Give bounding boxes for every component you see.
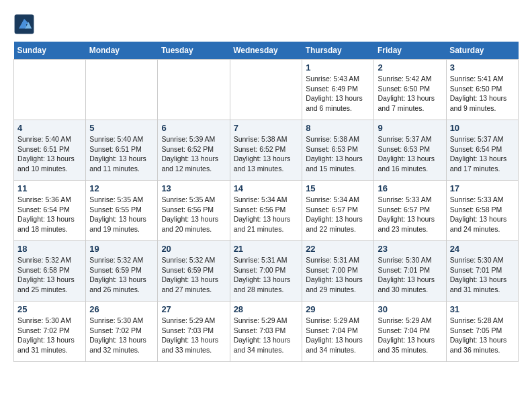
logo-icon [13,13,35,35]
calendar-cell [230,60,302,120]
calendar-cell: 7Sunrise: 5:38 AM Sunset: 6:52 PM Daylig… [230,120,302,181]
calendar-cell: 6Sunrise: 5:39 AM Sunset: 6:52 PM Daylig… [158,120,230,181]
day-details: Sunrise: 5:33 AM Sunset: 6:57 PM Dayligh… [378,195,442,234]
weekday-header: Tuesday [158,42,230,60]
day-number: 1 [306,62,370,73]
day-number: 24 [450,244,515,254]
day-number: 23 [378,244,442,254]
calendar-cell: 29Sunrise: 5:29 AM Sunset: 7:04 PM Dayli… [302,302,374,362]
day-number: 21 [234,244,299,254]
day-number: 26 [89,304,154,314]
calendar-cell: 1Sunrise: 5:43 AM Sunset: 6:49 PM Daylig… [302,60,374,120]
calendar-week-row: 18Sunrise: 5:32 AM Sunset: 6:58 PM Dayli… [14,241,519,302]
day-number: 13 [161,183,226,193]
day-details: Sunrise: 5:37 AM Sunset: 6:54 PM Dayligh… [450,134,515,174]
day-details: Sunrise: 5:35 AM Sunset: 6:56 PM Dayligh… [161,195,226,234]
day-number: 3 [450,62,515,73]
calendar-cell: 27Sunrise: 5:29 AM Sunset: 7:03 PM Dayli… [158,302,230,362]
weekday-header: Wednesday [230,42,302,60]
day-number: 17 [450,183,515,193]
day-details: Sunrise: 5:34 AM Sunset: 6:56 PM Dayligh… [234,195,299,234]
logo [13,13,38,35]
day-details: Sunrise: 5:38 AM Sunset: 6:53 PM Dayligh… [306,134,370,174]
day-details: Sunrise: 5:32 AM Sunset: 6:59 PM Dayligh… [161,255,226,295]
calendar-header: SundayMondayTuesdayWednesdayThursdayFrid… [14,42,519,60]
calendar-cell [158,60,230,120]
day-number: 4 [17,123,82,133]
weekday-header: Saturday [446,42,518,60]
page-header [13,13,519,35]
calendar-cell: 25Sunrise: 5:30 AM Sunset: 7:02 PM Dayli… [14,302,86,362]
day-details: Sunrise: 5:29 AM Sunset: 7:03 PM Dayligh… [161,316,226,355]
day-number: 30 [378,304,442,314]
calendar-cell: 16Sunrise: 5:33 AM Sunset: 6:57 PM Dayli… [374,181,446,241]
day-details: Sunrise: 5:36 AM Sunset: 6:54 PM Dayligh… [17,195,82,234]
day-number: 7 [234,123,299,133]
calendar-week-row: 4Sunrise: 5:40 AM Sunset: 6:51 PM Daylig… [14,120,519,181]
day-details: Sunrise: 5:39 AM Sunset: 6:52 PM Dayligh… [161,134,226,174]
calendar-cell: 4Sunrise: 5:40 AM Sunset: 6:51 PM Daylig… [14,120,86,181]
calendar-table: SundayMondayTuesdayWednesdayThursdayFrid… [13,42,519,362]
weekday-row: SundayMondayTuesdayWednesdayThursdayFrid… [14,42,519,60]
day-details: Sunrise: 5:31 AM Sunset: 7:00 PM Dayligh… [234,255,299,295]
day-number: 2 [378,62,442,73]
calendar-cell: 26Sunrise: 5:30 AM Sunset: 7:02 PM Dayli… [86,302,158,362]
day-number: 27 [161,304,226,314]
calendar-cell [86,60,158,120]
day-number: 6 [161,123,226,133]
day-number: 12 [89,183,154,193]
day-details: Sunrise: 5:40 AM Sunset: 6:51 PM Dayligh… [89,134,154,174]
day-details: Sunrise: 5:40 AM Sunset: 6:51 PM Dayligh… [17,134,82,174]
day-details: Sunrise: 5:31 AM Sunset: 7:00 PM Dayligh… [306,255,370,295]
day-number: 25 [17,304,82,314]
day-number: 29 [306,304,370,314]
day-number: 11 [17,183,82,193]
day-details: Sunrise: 5:42 AM Sunset: 6:50 PM Dayligh… [378,74,442,113]
day-details: Sunrise: 5:30 AM Sunset: 7:02 PM Dayligh… [17,316,82,355]
calendar-week-row: 1Sunrise: 5:43 AM Sunset: 6:49 PM Daylig… [14,60,519,120]
day-number: 5 [89,123,154,133]
calendar-cell: 22Sunrise: 5:31 AM Sunset: 7:00 PM Dayli… [302,241,374,302]
day-details: Sunrise: 5:30 AM Sunset: 7:01 PM Dayligh… [378,255,442,295]
calendar-cell: 21Sunrise: 5:31 AM Sunset: 7:00 PM Dayli… [230,241,302,302]
day-details: Sunrise: 5:32 AM Sunset: 6:58 PM Dayligh… [17,255,82,295]
weekday-header: Sunday [14,42,86,60]
calendar-cell: 13Sunrise: 5:35 AM Sunset: 6:56 PM Dayli… [158,181,230,241]
day-number: 16 [378,183,442,193]
calendar-cell: 30Sunrise: 5:29 AM Sunset: 7:04 PM Dayli… [374,302,446,362]
calendar-cell: 5Sunrise: 5:40 AM Sunset: 6:51 PM Daylig… [86,120,158,181]
day-details: Sunrise: 5:30 AM Sunset: 7:01 PM Dayligh… [450,255,515,295]
day-number: 28 [234,304,299,314]
calendar-cell: 17Sunrise: 5:33 AM Sunset: 6:58 PM Dayli… [446,181,518,241]
day-number: 19 [89,244,154,254]
day-details: Sunrise: 5:34 AM Sunset: 6:57 PM Dayligh… [306,195,370,234]
calendar-cell: 31Sunrise: 5:28 AM Sunset: 7:05 PM Dayli… [446,302,518,362]
day-details: Sunrise: 5:32 AM Sunset: 6:59 PM Dayligh… [89,255,154,295]
weekday-header: Friday [374,42,446,60]
calendar-cell: 24Sunrise: 5:30 AM Sunset: 7:01 PM Dayli… [446,241,518,302]
calendar-cell: 14Sunrise: 5:34 AM Sunset: 6:56 PM Dayli… [230,181,302,241]
calendar-cell: 8Sunrise: 5:38 AM Sunset: 6:53 PM Daylig… [302,120,374,181]
calendar-cell: 2Sunrise: 5:42 AM Sunset: 6:50 PM Daylig… [374,60,446,120]
day-details: Sunrise: 5:28 AM Sunset: 7:05 PM Dayligh… [450,316,515,355]
day-number: 8 [306,123,370,133]
day-number: 15 [306,183,370,193]
calendar-cell: 9Sunrise: 5:37 AM Sunset: 6:53 PM Daylig… [374,120,446,181]
day-details: Sunrise: 5:29 AM Sunset: 7:03 PM Dayligh… [234,316,299,355]
calendar-cell: 18Sunrise: 5:32 AM Sunset: 6:58 PM Dayli… [14,241,86,302]
weekday-header: Thursday [302,42,374,60]
day-number: 20 [161,244,226,254]
calendar-cell [14,60,86,120]
calendar-cell: 3Sunrise: 5:41 AM Sunset: 6:50 PM Daylig… [446,60,518,120]
calendar-cell: 20Sunrise: 5:32 AM Sunset: 6:59 PM Dayli… [158,241,230,302]
calendar-cell: 12Sunrise: 5:35 AM Sunset: 6:55 PM Dayli… [86,181,158,241]
calendar-cell: 23Sunrise: 5:30 AM Sunset: 7:01 PM Dayli… [374,241,446,302]
weekday-header: Monday [86,42,158,60]
calendar-cell: 19Sunrise: 5:32 AM Sunset: 6:59 PM Dayli… [86,241,158,302]
calendar-week-row: 11Sunrise: 5:36 AM Sunset: 6:54 PM Dayli… [14,181,519,241]
day-details: Sunrise: 5:41 AM Sunset: 6:50 PM Dayligh… [450,74,515,113]
day-details: Sunrise: 5:43 AM Sunset: 6:49 PM Dayligh… [306,74,370,113]
calendar-cell: 11Sunrise: 5:36 AM Sunset: 6:54 PM Dayli… [14,181,86,241]
calendar-body: 1Sunrise: 5:43 AM Sunset: 6:49 PM Daylig… [14,60,519,362]
day-details: Sunrise: 5:29 AM Sunset: 7:04 PM Dayligh… [378,316,442,355]
